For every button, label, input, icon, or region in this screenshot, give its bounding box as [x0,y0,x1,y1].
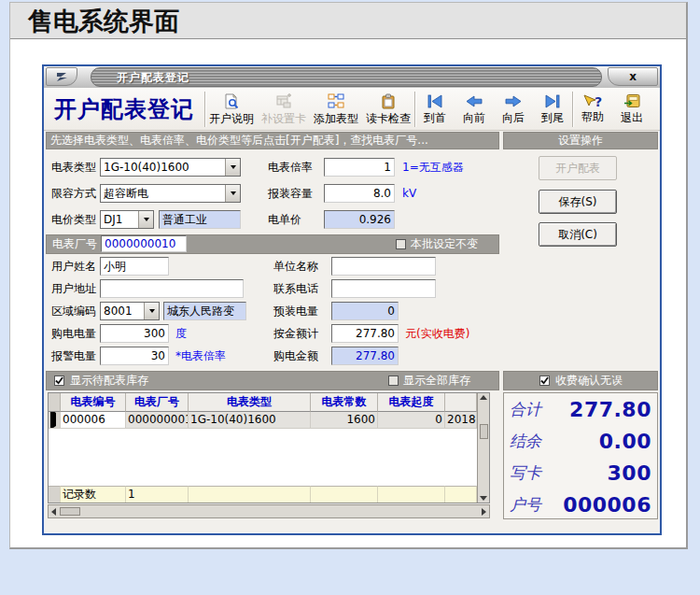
write-card-value: 300 [541,461,651,485]
factory-no-bar: 电表厂号 本批设定不变 [46,234,499,254]
scroll-right-icon[interactable] [482,508,486,516]
check-icon [540,376,549,385]
toolbar-button-prev[interactable]: 向前 [455,90,494,129]
table-footer-row: 记录数 1 [49,486,477,503]
chevron-down-icon[interactable] [144,303,159,319]
toolbar-button-label: 帮助 [581,111,604,123]
close-button[interactable]: x [608,67,658,86]
batch-fixed-label: 本批设定不变 [411,235,478,253]
region-code-select[interactable]: 8001 [100,302,160,320]
price-type-desc: 普通工业 [159,210,241,229]
scroll-up-icon[interactable] [480,395,487,400]
toolbar-button-last[interactable]: 到尾 [533,90,572,129]
column-header: 电表厂号 [126,393,189,412]
add-boxes-icon [328,93,344,112]
table-header-row: 电表编号 电表厂号 电表类型 电表常数 电表起度 [49,393,477,412]
buy-amount-value: 277.80 [331,347,399,365]
by-amount-note: 元(实收电费) [405,324,469,343]
org-name-label: 单位名称 [273,257,318,276]
factory-no-label: 电表厂号 [52,235,97,253]
save-button[interactable]: 保存(S) [539,190,617,214]
vertical-scrollbar[interactable] [477,393,489,503]
checkbox-show-all[interactable] [388,375,399,386]
scroll-down-icon[interactable] [480,496,487,501]
checkbox-batch-fixed[interactable] [396,239,406,249]
vertical-scroll-thumb[interactable] [480,424,488,439]
region-desc: 城东人民路变 [163,302,246,320]
confirm-bar: 收费确认无误 [503,371,658,390]
dialog-system-button[interactable] [46,67,77,86]
column-header: 电表常数 [311,393,378,412]
fee-confirmed-label: 收费确认无误 [555,372,623,390]
phone-input[interactable] [331,279,436,298]
toolbar-button-first[interactable]: 到首 [415,90,455,129]
meter-type-value: 1G-10(40)1600 [101,159,225,176]
total-row: 合计 277.80 [504,393,657,425]
toolbar-button-add-meter-type[interactable]: 添加表型 [310,90,362,129]
limit-mode-value: 超容断电 [101,185,225,202]
meter-type-select[interactable]: 1G-10(40)1600 [100,158,241,177]
account-no-value: 000006 [541,493,651,517]
checkbox-fee-confirmed[interactable] [539,375,550,386]
buy-qty-unit-note: 度 [175,324,187,343]
toolbar-button-label: 添加表型 [314,113,358,125]
app-logo-icon [55,68,68,86]
capacity-input[interactable] [324,184,395,203]
screen: 售电系统界面 开户配表登记 x 开户配表登记 [0,0,700,595]
cell-factory-no: 0000000010 [126,412,189,429]
user-name-input[interactable] [100,257,169,276]
unit-price-value: 0.926 [324,210,395,229]
chevron-down-icon[interactable] [138,211,153,228]
footer-marker [49,486,61,503]
current-row-marker-icon [50,412,56,429]
chevron-down-icon[interactable] [225,185,240,202]
total-row: 结余 0.00 [504,425,657,457]
toolbar-button-label: 开户说明 [209,113,254,125]
chevron-down-icon[interactable] [225,159,240,176]
close-icon: x [629,70,637,83]
toolbar-button-read-card-check[interactable]: 读卡检查 [362,90,414,129]
cancel-button[interactable]: 取消(C) [539,222,617,247]
write-card-label: 写卡 [510,462,541,484]
account-no-label: 户号 [510,494,541,516]
toolbar-button-label: 退出 [621,112,643,124]
price-type-select[interactable]: DJ1 [100,210,154,229]
org-name-input[interactable] [331,257,436,276]
preload-qty-label: 预装电量 [273,302,318,320]
dialog-window: 开户配表登记 x 开户配表登记 [42,64,662,535]
alarm-qty-input[interactable] [100,347,169,365]
horizontal-scrollbar[interactable] [48,504,490,518]
toolbar-button-label: 读卡检查 [366,113,411,125]
dialog-titlebar: 开户配表登记 x [44,66,660,88]
toolbar-button-open-help[interactable]: 开户说明 [205,90,258,129]
buy-qty-input[interactable] [100,324,169,343]
current-row-cell [49,412,61,429]
check-icon [55,376,63,385]
scroll-left-icon[interactable] [51,508,56,516]
cell-date: 2018- [445,412,477,429]
table-row[interactable]: 000006 0000000010 1G-10(40)1600 1600 0 2… [49,412,477,429]
limit-mode-select[interactable]: 超容断电 [100,184,241,203]
meter-ratio-note: 1=无互感器 [402,158,464,177]
total-label: 合计 [510,399,541,420]
alarm-qty-note: *电表倍率 [175,347,226,365]
cell-constant: 1600 [311,412,378,429]
horizontal-scroll-thumb[interactable] [60,507,80,516]
toolbar-button-next[interactable]: 向后 [494,90,533,129]
footer-cell [189,486,311,503]
by-amount-input[interactable] [331,324,399,343]
limit-mode-label: 限容方式 [51,184,96,203]
user-name-label: 用户姓名 [51,257,96,276]
meter-inventory-table: 电表编号 电表厂号 电表类型 电表常数 电表起度 000006 00000000… [48,392,490,503]
toolbar-button-help[interactable]: ? 帮助 [573,90,612,129]
doc-magnifier-icon [223,93,240,112]
total-row: 户号 000006 [504,489,657,520]
cell-start: 0 [378,412,445,429]
open-account-button: 开户配表 [539,156,617,180]
factory-no-input[interactable] [101,235,187,252]
toolbar-button-exit[interactable]: 退出 [612,90,651,129]
column-header: 电表编号 [61,393,126,412]
checkbox-show-pending[interactable] [54,375,64,386]
meter-ratio-input[interactable] [324,158,395,177]
user-addr-input[interactable] [100,279,244,298]
